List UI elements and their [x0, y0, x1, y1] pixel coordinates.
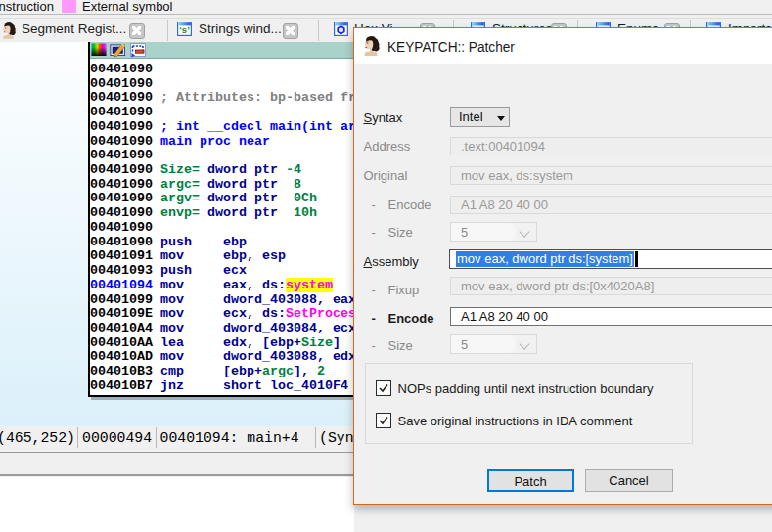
svg-text:‘s’: ‘s’	[179, 24, 190, 35]
